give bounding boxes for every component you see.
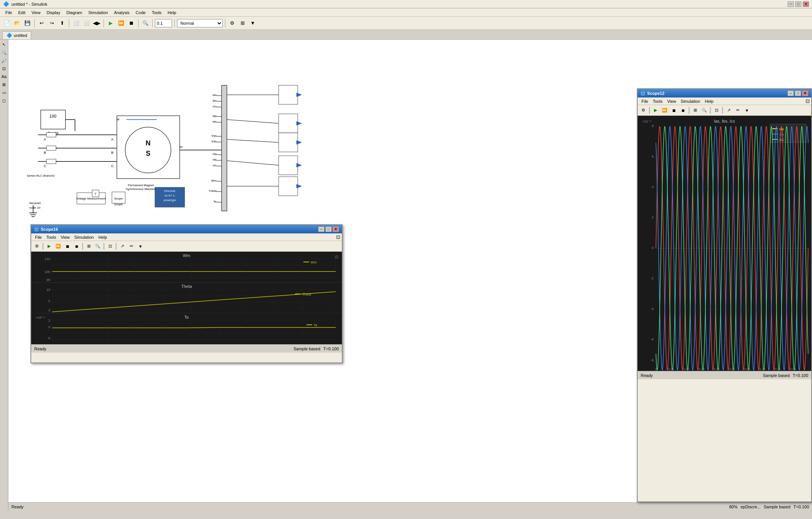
scope16-step[interactable]: ⏩ (54, 242, 62, 251)
maximize-button[interactable]: □ (795, 2, 801, 7)
sidebar-select[interactable]: ↖ (1, 41, 8, 48)
menu-display[interactable]: Display (43, 10, 63, 16)
run-button[interactable]: ▶ (106, 19, 115, 28)
scope12-menu-simulation[interactable]: Simulation (678, 99, 702, 104)
scope12-run[interactable]: ▶ (651, 106, 660, 115)
scope16-more[interactable]: ✏ (127, 242, 136, 251)
sep1 (34, 19, 35, 27)
lib-button[interactable]: ⬜ (72, 19, 81, 28)
scope12-close[interactable]: ✕ (802, 91, 808, 96)
settings-button[interactable]: ⚙ (228, 19, 237, 28)
sidebar-aa[interactable]: Aa (1, 73, 8, 80)
scope16-maximize[interactable]: □ (325, 227, 332, 232)
scope12-menu-file[interactable]: File (639, 99, 651, 104)
minimize-button[interactable]: ─ (788, 2, 794, 7)
sep6 (174, 19, 175, 27)
scope16-record[interactable]: ⏺ (72, 242, 81, 251)
more-button[interactable]: ▼ (248, 19, 257, 28)
new-button[interactable]: 📄 (2, 19, 11, 28)
scope12-menu-tools[interactable]: Tools (651, 99, 665, 104)
svg-text:m: m (180, 145, 183, 149)
open-button[interactable]: 📂 (13, 19, 22, 28)
scope12-step[interactable]: ⏩ (660, 106, 669, 115)
menu-code[interactable]: Code (132, 10, 148, 16)
main-status-bar: Ready 80% epDiscre... Sample based T=0.1… (8, 502, 812, 511)
tab-untitled[interactable]: 🔷 untitled (2, 31, 31, 39)
scope16-cursor[interactable]: ↗ (118, 242, 126, 251)
sidebar-s2[interactable]: ◻ (1, 97, 8, 104)
svg-text:×10⁻³: ×10⁻³ (36, 316, 45, 319)
menu-diagram[interactable]: Diagram (63, 10, 85, 16)
svg-text:2: 2 (652, 216, 654, 219)
scope16-minimize[interactable]: ─ (318, 227, 324, 232)
sep3 (104, 19, 104, 27)
stop-button[interactable]: ⏹ (127, 19, 136, 28)
zoom-level: 80% (729, 505, 737, 509)
scope16-stop[interactable]: ⏹ (63, 242, 72, 251)
svg-text:w: w (116, 117, 120, 121)
scope12-more[interactable]: ▼ (743, 106, 751, 115)
scope12-menu-view[interactable]: View (665, 99, 678, 104)
scope12-time: T=0.100 (793, 373, 808, 378)
sidebar-port[interactable]: ⊞ (1, 81, 8, 88)
scope16-fit[interactable]: ⊡ (106, 242, 114, 251)
scope16-menu-simulation[interactable]: Simulation (72, 235, 96, 240)
scope16-run[interactable]: ▶ (45, 242, 53, 251)
solver-select[interactable]: Normal Accelerator (177, 19, 223, 27)
save-button[interactable]: 💾 (23, 19, 32, 28)
scope12-stop[interactable]: ⏹ (670, 106, 678, 115)
sidebar-s1[interactable]: ▭ (1, 89, 8, 96)
scope16-close[interactable]: ✕ (333, 227, 339, 232)
scope12-zoomin[interactable]: 🔍 (700, 106, 708, 115)
scope16-extra[interactable]: ▼ (136, 242, 145, 251)
menu-tools[interactable]: Tools (149, 10, 165, 16)
scope12-minimize[interactable]: ─ (788, 91, 794, 96)
svg-text:A: A (111, 137, 113, 141)
menu-view[interactable]: View (29, 10, 44, 16)
scope16-expand[interactable]: ⊡ (336, 234, 340, 240)
svg-rect-63 (279, 133, 298, 152)
scope12-expand[interactable]: ⊡ (806, 98, 810, 104)
svg-text:0.07: 0.07 (244, 343, 250, 344)
menu-file[interactable]: File (2, 10, 15, 16)
sidebar-fit[interactable]: ⊡ (1, 65, 8, 72)
step-size-input[interactable] (155, 19, 172, 27)
scope16-settings[interactable]: ⚙ (33, 242, 41, 251)
menu-help[interactable]: Help (164, 10, 179, 16)
scope16-menu-tools[interactable]: Tools (44, 235, 59, 240)
main-status-left: Ready (11, 505, 24, 509)
scope12-record[interactable]: ⏺ (679, 106, 687, 115)
scope16-menu-view[interactable]: View (58, 235, 72, 240)
model-btn[interactable]: ⬜ (82, 19, 91, 28)
grid-button[interactable]: ⊞ (238, 19, 247, 28)
arrow-btn[interactable]: ◀▶ (92, 19, 101, 28)
sidebar-zoom-in[interactable]: 🔍 (1, 49, 8, 56)
scope16-menu-help[interactable]: Help (96, 235, 109, 240)
menu-edit[interactable]: Edit (15, 10, 29, 16)
scope12-cursor[interactable]: ↗ (724, 106, 733, 115)
svg-text:0.06: 0.06 (216, 343, 222, 344)
menu-simulation[interactable]: Simulation (85, 10, 111, 16)
svg-text:2: 2 (48, 319, 50, 323)
scope16-zoom[interactable]: ⊞ (85, 242, 93, 251)
scope16-plot-area: Wm 110 100 90 ⊡ Wm (31, 252, 342, 344)
redo-button[interactable]: ↪ (47, 19, 56, 28)
scope12-menu-help[interactable]: Help (702, 99, 716, 104)
scope16-tb-sep1 (43, 243, 43, 250)
sidebar-zoom-out[interactable]: 🔎 (1, 57, 8, 64)
scope16-menu-file[interactable]: File (33, 235, 44, 240)
scope12-edit[interactable]: ✏ (734, 106, 742, 115)
scope12-tb-sep3 (710, 107, 711, 114)
close-button[interactable]: ✕ (803, 2, 809, 7)
step-button[interactable]: ⏩ (116, 19, 126, 28)
scope12-settings[interactable]: ⚙ (639, 106, 648, 115)
menu-analysis[interactable]: Analysis (111, 10, 132, 16)
scope12-maximize[interactable]: □ (795, 91, 801, 96)
scope12-zoom[interactable]: ⊞ (691, 106, 699, 115)
scope12-tb-sep1 (649, 107, 650, 114)
undo-button[interactable]: ↩ (37, 19, 46, 28)
up-button[interactable]: ⬆ (57, 19, 67, 28)
scope12-fit[interactable]: ⊡ (712, 106, 721, 115)
scope16-zoomin[interactable]: 🔍 (94, 242, 102, 251)
zoom-icon[interactable]: 🔍 (141, 19, 150, 28)
